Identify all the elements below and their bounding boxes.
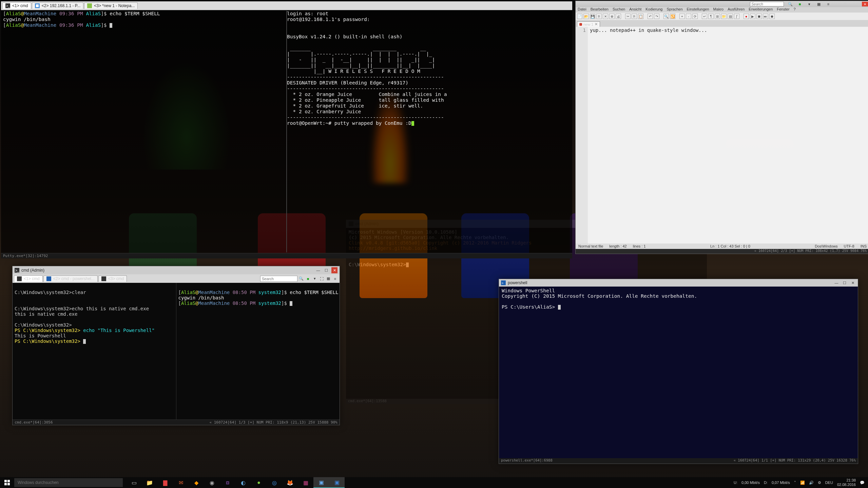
menu-item[interactable]: Makro	[713, 7, 724, 13]
stop-macro-icon[interactable]: ⏹	[756, 14, 762, 19]
grid-icon[interactable]: ▦	[325, 276, 331, 282]
conemu-taskbar-icon[interactable]: ▣	[313, 477, 329, 488]
app-icon[interactable]: ◐	[235, 477, 251, 488]
maximize-button[interactable]: ☐	[842, 280, 848, 286]
start-button[interactable]	[0, 477, 14, 488]
dropdown-icon[interactable]: ▾	[312, 276, 318, 282]
dropdown-icon[interactable]: ▾	[806, 1, 812, 7]
steam-icon[interactable]: ◉	[204, 477, 220, 488]
minimize2-button[interactable]: —	[848, 2, 854, 6]
menu-item[interactable]: ?	[794, 7, 796, 13]
menu-item[interactable]: Bearbeiten	[591, 7, 609, 13]
tray-clock[interactable]: 21:38 02.08.2016	[837, 478, 856, 487]
task-view-icon[interactable]: ▭	[126, 477, 142, 488]
maximize-button[interactable]: ☐	[323, 267, 329, 273]
close-tab-icon[interactable]: ✕	[595, 22, 598, 26]
new-file-icon[interactable]: 📄	[577, 14, 582, 19]
minimize-button[interactable]: —	[315, 267, 321, 273]
playback-icon[interactable]: ⏭	[763, 14, 768, 19]
app-icon[interactable]: ◎	[267, 477, 282, 488]
titlebar[interactable]: >_ cmd (Admin) — ☐ ✕	[13, 266, 340, 274]
npp-editor[interactable]: 1 yup... notepad++ in quake-style window…	[576, 27, 868, 243]
tab-cmd[interactable]: >_ <1> cmd	[2, 2, 31, 9]
tab-cmd[interactable]: <3> cmd	[98, 275, 127, 282]
terminal-pane-left[interactable]: C:\Windows\system32>clear C:\Windows\sys…	[13, 283, 176, 419]
save-macro-icon[interactable]: ⏺	[769, 14, 775, 19]
save-icon[interactable]: 💾	[590, 14, 595, 19]
minimize-button[interactable]: —	[833, 280, 840, 286]
app-icon[interactable]: ▇	[157, 477, 173, 488]
copy-icon[interactable]: ⎘	[632, 14, 637, 19]
terminal-area[interactable]: [AliaS@MeanMachine 09:36 PM AliaS]$ echo…	[1, 10, 572, 253]
editor-text[interactable]: yup... notepad++ in quake-style window..…	[588, 27, 868, 243]
file-explorer-icon[interactable]: 📁	[142, 477, 157, 488]
menu-item[interactable]: Kodierung	[645, 7, 662, 13]
show-all-chars-icon[interactable]: ¶	[708, 14, 714, 19]
zoom-in-icon[interactable]: +	[679, 14, 685, 19]
mail-icon[interactable]: ✉	[173, 477, 189, 488]
visual-studio-icon[interactable]: ⧈	[220, 477, 235, 488]
replace-icon[interactable]: 🔁	[670, 14, 675, 19]
print-icon[interactable]: 🖨	[616, 14, 621, 19]
close-file-icon[interactable]: ✕	[603, 14, 608, 19]
grid-icon[interactable]: ▦	[816, 1, 822, 7]
app-icon[interactable]: ●	[251, 477, 267, 488]
new-console-icon[interactable]: ■	[305, 276, 311, 282]
document-tab[interactable]: new 1 ✕	[577, 21, 600, 27]
firefox-icon[interactable]: 🦊	[282, 477, 298, 488]
indent-guide-icon[interactable]: ⊞	[715, 14, 720, 19]
close-button[interactable]: ✕	[850, 280, 856, 286]
minimize-button[interactable]: -	[835, 2, 841, 6]
terminal-pane-right[interactable]: login as: root root@192.168.1.1's passwo…	[287, 11, 570, 252]
cut-icon[interactable]: ✂	[625, 14, 631, 19]
record-macro-icon[interactable]: ●	[744, 14, 749, 19]
terminal-pane-right[interactable]: [AliaS@MeanMachine 08:50 PM system32]$ e…	[176, 283, 340, 419]
doc-map-icon[interactable]: ▤	[728, 14, 733, 19]
new-console-icon[interactable]: ■	[797, 1, 803, 7]
function-list-icon[interactable]: ƒ	[734, 14, 739, 19]
tray-network-icon[interactable]: 📶	[800, 481, 805, 485]
menu-item[interactable]: Suchen	[613, 7, 625, 13]
terminal-pane-left[interactable]: [AliaS@MeanMachine 09:36 PM AliaS]$ echo…	[3, 11, 286, 252]
tray-icon[interactable]: ⚙	[818, 481, 821, 485]
menu-item[interactable]: Fenster	[777, 7, 789, 13]
menu-item[interactable]: Sprachen	[667, 7, 682, 13]
folder-icon[interactable]: 📁	[721, 14, 727, 19]
notifications-icon[interactable]: 💬	[860, 481, 865, 485]
close-button[interactable]: ✕	[862, 2, 868, 6]
search-icon[interactable]: 🔍	[298, 276, 304, 282]
menu-item[interactable]: Erweiterungen	[749, 7, 773, 13]
menu-item[interactable]: Ausführen	[728, 7, 745, 13]
sync-icon[interactable]: ⟳	[692, 14, 698, 19]
find-icon[interactable]: 🔍	[663, 14, 669, 19]
tray-language[interactable]: DEU	[825, 481, 833, 485]
close-all-icon[interactable]: ⊗	[609, 14, 615, 19]
tab-cmd[interactable]: <1> cmd	[14, 275, 43, 282]
titlebar[interactable]: > powershell — ☐ ✕	[499, 279, 858, 287]
list-icon[interactable]: ≡	[332, 276, 338, 282]
open-file-icon[interactable]: 📂	[583, 14, 589, 19]
undo-icon[interactable]: ↶	[648, 14, 653, 19]
tray-volume-icon[interactable]: 🔊	[809, 481, 814, 485]
npp-titlebar[interactable]: 🔍 ■ ▾ ▦ ≡ - ⧉ — ☐ ✕	[576, 1, 868, 7]
powershell-taskbar-icon[interactable]: ▣	[329, 477, 345, 488]
menu-item[interactable]: Einstellungen	[687, 7, 709, 13]
wordwrap-icon[interactable]: ↵	[702, 14, 707, 19]
tab-notepadpp[interactable]: <3> *new 1 - Notepa...	[84, 2, 138, 9]
close-button[interactable]: ✕	[331, 267, 337, 273]
list-icon[interactable]: ≡	[825, 1, 831, 7]
tab-putty[interactable]: <2> 192.168.1.1 - P...	[32, 2, 84, 9]
menu-item[interactable]: Ansicht	[629, 7, 641, 13]
paste-icon[interactable]: 📋	[638, 14, 643, 19]
max-icon[interactable]: ⛶	[319, 276, 325, 282]
tab-powershell[interactable]: <2> cmd - powershel...	[43, 275, 98, 282]
terminal-body[interactable]: Windows PowerShell Copyright (C) 2015 Mi…	[499, 287, 858, 458]
search-input[interactable]	[260, 276, 297, 282]
menu-item[interactable]: Datei	[578, 7, 586, 13]
popout-button[interactable]: ⧉	[842, 2, 848, 6]
maximize-button[interactable]: ☐	[855, 2, 861, 6]
sublime-icon[interactable]: ◆	[189, 477, 204, 488]
zoom-out-icon[interactable]: -	[686, 14, 691, 19]
redo-icon[interactable]: ↷	[654, 14, 659, 19]
app-icon[interactable]: ▦	[298, 477, 313, 488]
